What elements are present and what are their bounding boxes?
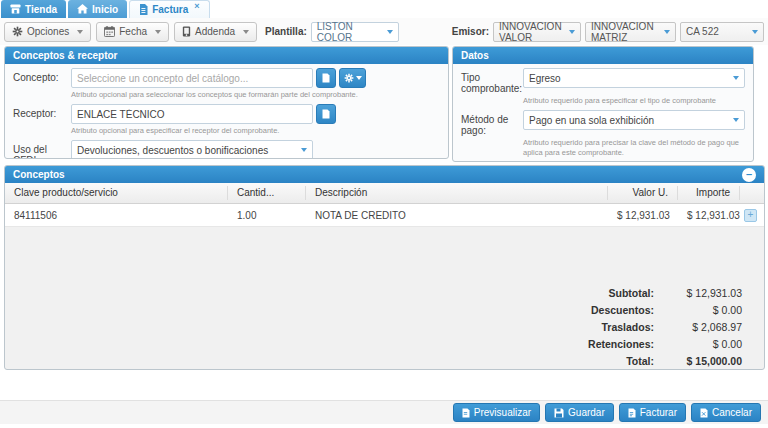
tab-factura[interactable]: Factura × xyxy=(129,0,209,18)
tipo-comprobante-label: Tipo comprobante: xyxy=(461,68,523,94)
concepto-input[interactable] xyxy=(71,68,313,88)
catalog-icon xyxy=(322,109,330,119)
plantilla-value: LISTON COLOR xyxy=(317,21,383,43)
document-icon xyxy=(139,4,148,15)
concepto-gear-button[interactable] xyxy=(339,68,366,88)
fecha-label: Fecha xyxy=(119,26,147,37)
column-actions xyxy=(740,186,764,200)
receptor-input[interactable] xyxy=(71,104,313,124)
column-valor-unitario[interactable]: Valor U. xyxy=(608,186,678,200)
uso-cfdi-select[interactable]: Devoluciones, descuentos o bonificacione… xyxy=(71,140,313,159)
metodo-pago-help: Atributo requerido para precisar la clav… xyxy=(523,138,751,158)
tab-bar: Tienda Inicio Factura × xyxy=(0,0,768,18)
store-icon xyxy=(10,4,21,14)
column-descripcion[interactable]: Descripción xyxy=(306,186,608,200)
cell-valor-unitario: $ 12,931.03 xyxy=(608,210,678,221)
panel-header: Conceptos & receptor xyxy=(5,47,448,64)
addenda-label: Addenda xyxy=(195,26,235,37)
concepto-catalog-button[interactable] xyxy=(316,68,336,88)
metodo-pago-field: Método de pago: Pago en una sola exhibic… xyxy=(461,110,745,136)
catalog-icon xyxy=(322,73,330,83)
emisor-value: INNOVACION VALOR xyxy=(499,21,565,43)
calendar-icon xyxy=(104,26,115,37)
emisor-select-empresa[interactable]: INNOVACION VALOR xyxy=(493,22,581,42)
panel-title: Datos xyxy=(461,50,489,61)
tab-label: Tienda xyxy=(25,4,57,15)
tipo-comprobante-select[interactable]: Egreso xyxy=(523,68,745,88)
column-cantidad[interactable]: Cantid... xyxy=(228,186,306,200)
toolbar: Opciones Fecha Addenda Plantilla: LISTON… xyxy=(0,18,768,45)
uso-cfdi-value: Devoluciones, descuentos o bonificacione… xyxy=(77,145,268,156)
close-icon[interactable]: × xyxy=(194,1,199,11)
chevron-down-icon xyxy=(733,76,739,80)
chevron-down-icon xyxy=(387,30,393,34)
receptor-label: Receptor: xyxy=(13,104,71,119)
invoice-icon xyxy=(628,408,636,418)
total-row: Retenciones: $ 0.00 xyxy=(514,335,742,352)
gear-icon xyxy=(12,26,23,37)
row-action-button[interactable]: + xyxy=(744,209,757,222)
opciones-button[interactable]: Opciones xyxy=(4,22,91,42)
gear-icon xyxy=(344,73,354,83)
total-value: $ 12,931.03 xyxy=(654,287,742,299)
facturar-button[interactable]: Facturar xyxy=(619,403,686,422)
tab-tienda[interactable]: Tienda xyxy=(1,0,66,18)
guardar-label: Guardar xyxy=(568,407,605,418)
receptor-catalog-button[interactable] xyxy=(316,104,336,124)
panel-conceptos-receptor: Conceptos & receptor Concepto: Atributo … xyxy=(4,46,449,159)
serie-value: CA 522 xyxy=(686,26,719,37)
home-icon xyxy=(77,4,88,14)
cell-cantidad: 1.00 xyxy=(228,210,306,221)
tab-label: Inicio xyxy=(92,4,118,15)
opciones-label: Opciones xyxy=(27,26,69,37)
fecha-button[interactable]: Fecha xyxy=(96,22,169,42)
chevron-down-icon xyxy=(664,30,670,34)
emisor-select-serie[interactable]: CA 522 xyxy=(680,22,764,42)
cell-importe: $ 12,931.03 xyxy=(678,210,740,221)
metodo-pago-select[interactable]: Pago en una sola exhibición xyxy=(523,110,745,130)
chevron-down-icon xyxy=(733,118,739,122)
cancel-icon xyxy=(700,408,708,418)
table-header: Clave producto/servicio Cantid... Descri… xyxy=(5,183,764,204)
plantilla-select[interactable]: LISTON COLOR xyxy=(311,22,399,42)
total-row: Subtotal: $ 12,931.03 xyxy=(514,284,742,301)
addenda-icon xyxy=(182,26,191,37)
panel-conceptos: Conceptos – Clave producto/servicio Cant… xyxy=(4,165,765,370)
panel-datos: Datos Tipo comprobante: Egreso Atributo … xyxy=(452,46,754,162)
table-row[interactable]: 84111506 1.00 NOTA DE CREDITO $ 12,931.0… xyxy=(5,204,764,227)
plus-icon: + xyxy=(748,210,754,220)
total-row: Descuentos: $ 0.00 xyxy=(514,301,742,318)
tipo-comprobante-field: Tipo comprobante: Egreso xyxy=(461,68,745,94)
cancelar-label: Cancelar xyxy=(712,407,752,418)
chevron-down-icon xyxy=(752,30,758,34)
cancelar-button[interactable]: Cancelar xyxy=(691,403,761,422)
chevron-down-icon xyxy=(356,76,362,80)
concepto-field: Concepto: xyxy=(13,68,440,88)
total-value: $ 15,000.00 xyxy=(654,355,742,367)
chevron-down-icon xyxy=(569,30,575,34)
column-clave[interactable]: Clave producto/servicio xyxy=(5,186,228,200)
uso-cfdi-label: Uso del CFDI: xyxy=(13,140,71,159)
previsualizar-button[interactable]: Previsualizar xyxy=(453,403,540,422)
total-label: Subtotal: xyxy=(514,287,654,299)
tipo-comprobante-value: Egreso xyxy=(529,73,561,84)
previsualizar-label: Previsualizar xyxy=(474,407,531,418)
concepto-help: Atributo opcional para seleccionar los c… xyxy=(71,90,440,100)
total-label: Total: xyxy=(514,355,654,367)
chevron-down-icon xyxy=(77,30,83,34)
total-label: Descuentos: xyxy=(514,304,654,316)
total-value: $ 2,068.97 xyxy=(654,321,742,333)
collapse-button[interactable]: – xyxy=(742,168,756,182)
plantilla-label: Plantilla: xyxy=(265,26,307,37)
cell-descripcion: NOTA DE CREDITO xyxy=(306,210,608,221)
column-importe[interactable]: Importe xyxy=(678,186,740,200)
minus-circle-icon: – xyxy=(746,169,752,180)
addenda-button[interactable]: Addenda xyxy=(174,22,257,42)
emisor-select-sucursal[interactable]: INNOVACION MATRIZ xyxy=(585,22,676,42)
receptor-help: Atributo opcional para especificar el re… xyxy=(71,126,440,136)
chevron-down-icon xyxy=(243,30,249,34)
guardar-button[interactable]: Guardar xyxy=(545,403,614,422)
metodo-pago-value: Pago en una sola exhibición xyxy=(529,115,654,126)
tab-inicio[interactable]: Inicio xyxy=(68,0,127,18)
tab-label: Factura xyxy=(152,4,188,15)
